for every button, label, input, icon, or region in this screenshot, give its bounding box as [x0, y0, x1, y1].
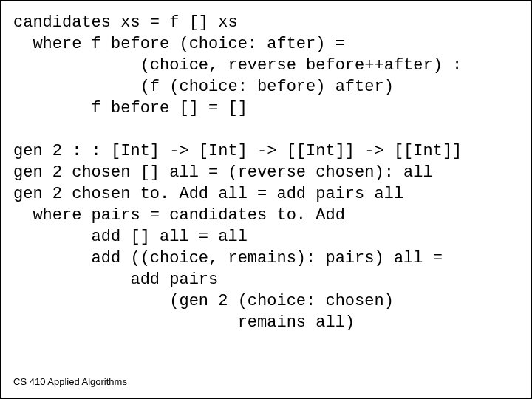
code-line: gen 2 chosen to. Add all = add pairs all: [13, 185, 403, 203]
code-line: where pairs = candidates to. Add: [13, 206, 345, 225]
code-line: (f (choice: before) after): [13, 78, 394, 96]
code-line: where f before (choice: after) =: [13, 35, 345, 53]
code-block: candidates xs = f [] xs where f before (…: [13, 12, 519, 333]
code-line: remains all): [13, 313, 355, 332]
code-line: add pairs: [13, 270, 218, 289]
code-line: f before [] = []: [13, 99, 248, 117]
code-line: (choice, reverse before++after) :: [13, 56, 462, 75]
code-line: gen 2 chosen [] all = (reverse chosen): …: [13, 163, 433, 182]
code-line: gen 2 : : [Int] -> [Int] -> [[Int]] -> […: [13, 142, 462, 160]
code-line: add ((choice, remains): pairs) all =: [13, 249, 443, 267]
slide-frame: candidates xs = f [] xs where f before (…: [0, 0, 532, 399]
code-line: add [] all = all: [13, 228, 248, 246]
code-line: candidates xs = f [] xs: [13, 13, 238, 32]
code-line: (gen 2 (choice: chosen): [13, 292, 394, 310]
slide-footer: CS 410 Applied Algorithms: [13, 376, 127, 387]
